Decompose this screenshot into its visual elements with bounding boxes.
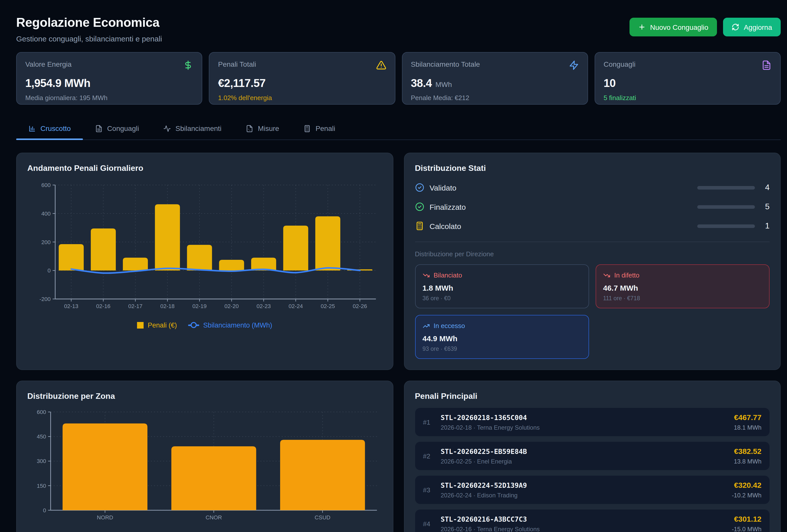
progress-track bbox=[697, 205, 755, 209]
tab-label: Conguagli bbox=[107, 124, 139, 132]
calculator-icon bbox=[303, 125, 311, 132]
svg-text:02-20: 02-20 bbox=[225, 303, 239, 309]
svg-text:150: 150 bbox=[37, 483, 46, 489]
penalty-row[interactable]: #2 STL-20260225-EB59E84B 2026-02-25 · En… bbox=[415, 442, 769, 470]
direzione-card-in-eccesso: In eccesso 44.9 MWh 93 ore · €639 bbox=[415, 315, 589, 359]
svg-text:600: 600 bbox=[37, 409, 46, 415]
stat-label: Valore Energia bbox=[25, 60, 71, 68]
panel-title: Penali Principali bbox=[415, 392, 769, 401]
stat-card-penali-totali: Penali Totali €2,117.57 1.02% dell'energ… bbox=[209, 52, 396, 105]
direzione-title: Distribuzione per Direzione bbox=[415, 250, 769, 258]
penalty-meta: 2026-02-16 · Terna Energy Solutions bbox=[441, 526, 725, 532]
progress-track bbox=[697, 186, 755, 189]
direzione-card-in-difetto: In difetto 46.7 MWh 111 ore · €718 bbox=[596, 264, 770, 308]
tab-conguagli[interactable]: Conguagli bbox=[83, 118, 151, 140]
header-titles: Regolazione Economica Gestione conguagli… bbox=[16, 15, 162, 43]
penalty-row[interactable]: #1 STL-20260218-1365C004 2026-02-18 · Te… bbox=[415, 408, 769, 436]
progress-track bbox=[697, 224, 755, 228]
direzione-grid: Bilanciato 1.8 MWh 36 ore · €0 In difett… bbox=[415, 264, 769, 359]
stato-label: Finalizzato bbox=[429, 203, 692, 211]
stat-unit: MWh bbox=[435, 80, 452, 88]
stat-card-conguagli: Conguagli 10 5 finalizzati bbox=[595, 52, 781, 105]
tab-sbilanciamenti[interactable]: Sbilanciamenti bbox=[151, 118, 234, 140]
svg-text:02-25: 02-25 bbox=[321, 303, 335, 309]
stat-label: Sbilanciamento Totale bbox=[411, 60, 480, 68]
stato-label: Validato bbox=[429, 183, 692, 192]
svg-text:02-17: 02-17 bbox=[128, 303, 142, 309]
penalty-amount: €301.12 bbox=[732, 515, 762, 523]
svg-text:02-26: 02-26 bbox=[353, 303, 367, 309]
panel-title: Distribuzione per Zona bbox=[27, 392, 382, 401]
stato-count: 4 bbox=[761, 183, 769, 192]
main-grid: Andamento Penali Giornaliero -2000200400… bbox=[16, 153, 781, 532]
penalty-code: STL-20260225-EB59E84B bbox=[441, 447, 727, 455]
refresh-icon bbox=[732, 23, 739, 31]
header-actions: Nuovo Conguaglio Aggiorna bbox=[630, 18, 781, 36]
svg-text:200: 200 bbox=[41, 239, 50, 246]
direzione-card-bilanciato: Bilanciato 1.8 MWh 36 ore · €0 bbox=[415, 264, 589, 308]
check-circle-icon bbox=[415, 202, 424, 211]
alert-triangle-icon bbox=[376, 60, 386, 72]
penalty-amount: €320.42 bbox=[732, 481, 762, 489]
new-conguaglio-label: Nuovo Conguaglio bbox=[650, 23, 708, 31]
tab-cruscotto[interactable]: Cruscotto bbox=[16, 118, 83, 140]
tab-penali[interactable]: Penali bbox=[291, 118, 347, 140]
page-subtitle: Gestione conguagli, sbilanciamenti e pen… bbox=[16, 34, 162, 43]
svg-text:02-16: 02-16 bbox=[96, 303, 110, 309]
direzione-label: In eccesso bbox=[433, 322, 465, 329]
direzione-sub: 93 ore · €639 bbox=[422, 346, 581, 352]
trending-down-icon bbox=[603, 272, 610, 279]
penalty-mwh: -15.0 MWh bbox=[732, 526, 762, 532]
svg-text:02-23: 02-23 bbox=[257, 303, 271, 309]
stat-sub: 1.02% dell'energia bbox=[218, 94, 386, 102]
svg-text:02-24: 02-24 bbox=[289, 303, 303, 309]
new-conguaglio-button[interactable]: Nuovo Conguaglio bbox=[630, 18, 717, 36]
tab-misure[interactable]: Misure bbox=[234, 118, 291, 140]
tab-label: Misure bbox=[258, 124, 279, 132]
legend-line-swatch bbox=[188, 324, 199, 326]
file-icon bbox=[246, 125, 253, 132]
tab-label: Penali bbox=[316, 124, 335, 132]
legend-item: Sbilanciamento (MWh) bbox=[188, 321, 272, 329]
penalty-mwh: 13.8 MWh bbox=[734, 458, 762, 465]
penalty-row[interactable]: #3 STL-20260224-52D139A9 2026-02-24 · Ed… bbox=[415, 476, 769, 504]
stat-sub: Media giornaliera: 195 MWh bbox=[25, 94, 193, 102]
svg-text:02-13: 02-13 bbox=[64, 303, 78, 309]
direzione-value: 44.9 MWh bbox=[422, 334, 581, 343]
svg-text:300: 300 bbox=[37, 458, 46, 464]
svg-text:02-18: 02-18 bbox=[160, 303, 174, 309]
stat-card-valore-energia: Valore Energia 1,954.9 MWh Media giornal… bbox=[16, 52, 203, 105]
refresh-button[interactable]: Aggiorna bbox=[723, 18, 781, 36]
svg-text:-200: -200 bbox=[39, 296, 50, 302]
direzione-label: In difetto bbox=[614, 272, 640, 279]
stat-label: Conguagli bbox=[604, 60, 636, 68]
stat-sub: Penale Media: €212 bbox=[411, 94, 579, 102]
svg-text:CNOR: CNOR bbox=[206, 514, 222, 520]
activity-icon bbox=[163, 125, 171, 132]
penalty-row[interactable]: #4 STL-20260216-A3BCC7C3 2026-02-16 · Te… bbox=[415, 510, 769, 532]
chart-legend: Penali (€)Sbilanciamento (MWh) bbox=[27, 321, 382, 329]
penalty-rank: #1 bbox=[423, 418, 434, 426]
stat-value: 10 bbox=[604, 77, 616, 90]
legend-bar-swatch bbox=[137, 322, 144, 328]
direzione-label: Bilanciato bbox=[433, 272, 462, 279]
file-text-icon bbox=[762, 60, 771, 72]
svg-text:600: 600 bbox=[41, 182, 50, 188]
tab-label: Cruscotto bbox=[40, 124, 71, 132]
stat-label: Penali Totali bbox=[218, 60, 256, 68]
plus-icon bbox=[638, 23, 646, 31]
trending-down-icon bbox=[422, 272, 429, 279]
penalty-amount: €467.77 bbox=[734, 413, 762, 422]
svg-text:NORD: NORD bbox=[97, 514, 113, 520]
zona-chart: 0150300450600NORDCNORCSUD bbox=[27, 408, 382, 524]
direzione-value: 46.7 MWh bbox=[603, 283, 762, 292]
stato-count: 1 bbox=[761, 221, 769, 231]
stat-sub: 5 finalizzati bbox=[604, 94, 772, 102]
svg-text:450: 450 bbox=[37, 433, 46, 440]
stato-count: 5 bbox=[761, 202, 769, 211]
trending-up-icon bbox=[422, 322, 429, 329]
tab-bar: Cruscotto Conguagli Sbilanciamenti Misur… bbox=[16, 118, 781, 140]
stat-card-sbilanciamento: Sbilanciamento Totale 38.4 MWh Penale Me… bbox=[402, 52, 588, 105]
penalty-code: STL-20260218-1365C004 bbox=[441, 413, 727, 421]
panel-andamento-penali: Andamento Penali Giornaliero -2000200400… bbox=[16, 153, 393, 370]
